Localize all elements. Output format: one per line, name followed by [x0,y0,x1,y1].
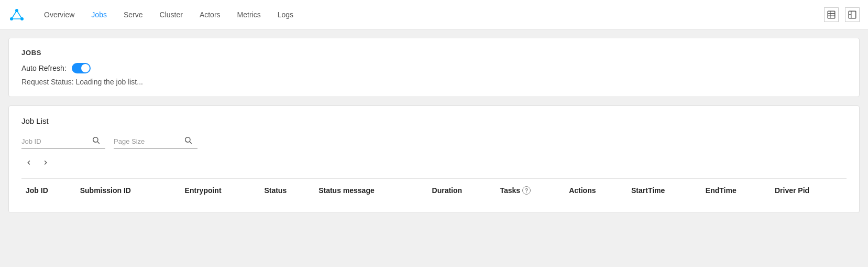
col-tasks: Tasks ? [496,179,565,202]
search-row [21,134,847,149]
col-end-time: EndTime [701,179,771,202]
nav-logs[interactable]: Logs [269,6,302,23]
nav-links: Overview Jobs Serve Cluster Actors Metri… [36,6,824,23]
top-nav: Overview Jobs Serve Cluster Actors Metri… [0,0,868,29]
col-start-time: StartTime [627,179,701,202]
auto-refresh-row: Auto Refresh: [21,63,847,73]
jobs-card: JOBS Auto Refresh: Request Status: Loadi… [8,38,860,97]
nav-jobs[interactable]: Jobs [83,6,115,23]
col-job-id: Job ID [21,179,76,202]
job-list-title: Job List [21,116,847,125]
page-size-search-icon [184,136,192,146]
app-logo[interactable] [8,6,25,23]
svg-line-4 [17,10,22,19]
pagination-row [21,155,847,170]
nav-metrics[interactable]: Metrics [229,6,269,23]
nav-actors[interactable]: Actors [191,6,229,23]
request-status: Request Status: Loading the job list... [21,78,847,86]
page-size-input[interactable] [114,137,182,145]
job-list-card: Job List [8,105,860,213]
nav-overview[interactable]: Overview [36,6,83,23]
col-duration: Duration [428,179,496,202]
col-status-message: Status message [314,179,427,202]
col-submission-id: Submission ID [76,179,181,202]
svg-line-16 [190,142,192,144]
col-driver-pid: Driver Pid [771,179,847,202]
page-size-search-field[interactable] [114,134,197,149]
col-status: Status [260,179,314,202]
job-id-input[interactable] [21,137,90,145]
auto-refresh-label: Auto Refresh: [21,64,67,72]
job-id-search-icon [92,136,100,146]
auto-refresh-toggle[interactable] [72,63,91,73]
svg-line-14 [97,142,100,144]
job-id-search-field[interactable] [21,134,105,149]
job-table: Job ID Submission ID Entrypoint Status S… [21,178,847,202]
panel-icon-button[interactable] [845,7,860,22]
nav-serve[interactable]: Serve [115,6,151,23]
svg-rect-6 [828,11,835,18]
main-content: JOBS Auto Refresh: Request Status: Loadi… [0,29,868,221]
next-page-button[interactable] [38,155,53,170]
svg-point-13 [93,137,98,142]
tasks-help-icon[interactable]: ? [522,186,531,195]
nav-right-icons [824,7,860,22]
svg-point-15 [185,137,190,142]
svg-line-3 [12,10,17,19]
prev-page-button[interactable] [21,155,36,170]
book-icon-button[interactable] [824,7,839,22]
jobs-card-title: JOBS [21,49,847,57]
nav-cluster[interactable]: Cluster [151,6,191,23]
col-entrypoint: Entrypoint [181,179,260,202]
col-actions: Actions [565,179,627,202]
